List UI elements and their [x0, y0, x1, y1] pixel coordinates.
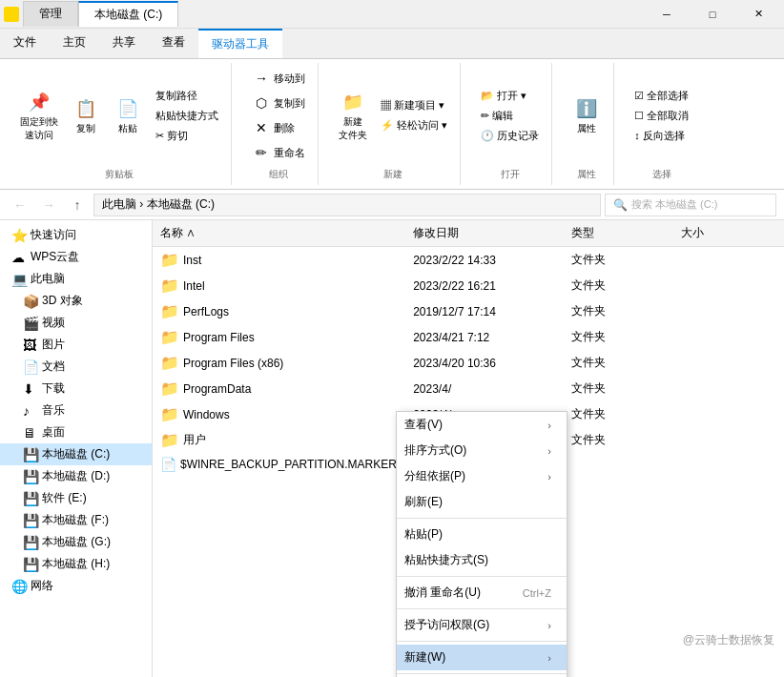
pin-quickaccess-button[interactable]: 📌 固定到快速访问 — [15, 86, 63, 145]
properties-button[interactable]: ℹ️ 属性 — [567, 92, 606, 138]
downloads-icon: ⬇ — [23, 381, 38, 397]
context-menu-item-new[interactable]: 新建(W)› — [397, 645, 567, 670]
folder-icon: 📁 — [160, 251, 179, 269]
sidebar-item-video[interactable]: 🎬 视频 — [0, 312, 152, 334]
new-item-button[interactable]: ▦ 新建项目 ▾ — [376, 96, 452, 114]
ribbon-tab-file[interactable]: 文件 — [0, 29, 50, 58]
sidebar-item-drive-d[interactable]: 💾 本地磁盘 (D:) — [0, 465, 152, 487]
easy-access-button[interactable]: ⚡ 轻松访问 ▾ — [376, 116, 452, 134]
sidebar-item-label: 本地磁盘 (D:) — [42, 468, 110, 484]
sidebar-item-drive-c[interactable]: 💾 本地磁盘 (C:) — [0, 443, 152, 465]
thispc-icon: 💻 — [11, 272, 27, 287]
select-none-button[interactable]: ☐ 全部取消 — [629, 107, 693, 125]
cut-button[interactable]: ✂ 剪切 — [151, 127, 223, 145]
separator — [397, 518, 567, 519]
clipboard-items: 📌 固定到快速访问 📋 复制 📄 粘贴 复制路径 粘贴快捷方式 ✂ 剪切 — [15, 67, 223, 164]
ribbon-tab-share[interactable]: 共享 — [99, 29, 149, 58]
svg-rect-0 — [6, 9, 17, 20]
invert-selection-button[interactable]: ↕ 反向选择 — [629, 127, 693, 145]
copy-path-button[interactable]: 复制路径 — [151, 87, 223, 105]
move-icon: → — [252, 69, 271, 88]
title-tab-drive[interactable]: 本地磁盘 (C:) — [78, 1, 178, 27]
new-items: 📁 新建文件夹 ▦ 新建项目 ▾ ⚡ 轻松访问 ▾ — [334, 67, 452, 164]
close-button[interactable]: ✕ — [736, 0, 780, 29]
minimize-button[interactable]: ─ — [645, 0, 689, 29]
sidebar-item-thispc[interactable]: 💻 此电脑 — [0, 268, 152, 290]
context-menu-item-access[interactable]: 授予访问权限(G)› — [397, 612, 567, 638]
title-tab-manage[interactable]: 管理 — [23, 1, 78, 27]
context-menu-item-view[interactable]: 查看(V)› — [397, 412, 567, 438]
copy-button[interactable]: 📋 复制 — [67, 92, 105, 138]
sidebar-item-pictures[interactable]: 🖼 图片 — [0, 334, 152, 356]
context-menu-item-sort[interactable]: 排序方式(O)› — [397, 438, 567, 463]
delete-button[interactable]: ✕ 删除 — [247, 116, 310, 139]
sidebar-item-drive-e[interactable]: 💾 软件 (E:) — [0, 487, 152, 509]
context-menu-item-undo[interactable]: 撤消 重命名(U)Ctrl+Z — [397, 580, 567, 605]
col-size[interactable]: 大小 — [673, 222, 784, 244]
sidebar-item-downloads[interactable]: ⬇ 下载 — [0, 378, 152, 400]
table-row[interactable]: 📁Inst 2023/2/22 14:33 文件夹 — [153, 247, 784, 273]
drive-f-icon: 💾 — [23, 513, 38, 528]
context-menu-item-paste[interactable]: 粘贴(P) — [397, 522, 567, 547]
sidebar-item-music[interactable]: ♪ 音乐 — [0, 400, 152, 421]
file-name: 📁PerfLogs — [153, 300, 405, 322]
ribbon-group-organize: → 移动到 ⬡ 复制到 ✕ 删除 ✏ 重命名 — [239, 63, 319, 185]
copy-to-button[interactable]: ⬡ 复制到 — [247, 92, 310, 114]
col-type[interactable]: 类型 — [564, 222, 674, 244]
organize-col: → 移动到 ⬡ 复制到 ✕ 删除 ✏ 重命名 — [247, 67, 310, 164]
sidebar-item-wpscloud[interactable]: ☁ WPS云盘 — [0, 246, 152, 268]
back-button[interactable]: ← — [8, 193, 32, 217]
col-name[interactable]: 名称 ∧ — [153, 222, 405, 244]
sidebar-item-label: 本地磁盘 (H:) — [42, 556, 110, 572]
select-all-button[interactable]: ☑ 全部选择 — [629, 87, 693, 105]
sidebar-item-documents[interactable]: 📄 文档 — [0, 356, 152, 378]
file-size — [673, 310, 784, 314]
table-row[interactable]: 📁ProgramData 2023/4/ 文件夹 — [153, 376, 784, 401]
delete-icon: ✕ — [252, 118, 271, 137]
sidebar-item-drive-h[interactable]: 💾 本地磁盘 (H:) — [0, 553, 152, 575]
folder-icon: 📁 — [160, 302, 179, 320]
new-label: 新建 — [383, 168, 402, 181]
file-name: 📁Program Files (x86) — [153, 352, 405, 374]
address-path[interactable]: 此电脑 › 本地磁盘 (C:) — [93, 194, 601, 216]
sidebar-item-quickaccess[interactable]: ⭐ 快速访问 — [0, 224, 152, 246]
rename-button[interactable]: ✏ 重命名 — [247, 141, 310, 164]
sidebar-item-desktop[interactable]: 🖥 桌面 — [0, 421, 152, 443]
table-row[interactable]: 📁Program Files 2023/4/21 7:12 文件夹 — [153, 324, 784, 350]
sidebar-item-3dobjects[interactable]: 📦 3D 对象 — [0, 290, 152, 312]
separator — [397, 576, 567, 577]
ribbon-tab-home[interactable]: 主页 — [50, 29, 99, 58]
sidebar-item-network[interactable]: 🌐 网络 — [0, 575, 152, 597]
ribbon-tab-drive-tools[interactable]: 驱动器工具 — [198, 29, 282, 58]
paste-button[interactable]: 📄 粘贴 — [109, 92, 147, 138]
network-icon: 🌐 — [11, 579, 27, 594]
drive-c-icon: 💾 — [23, 447, 38, 462]
ribbon-tab-view[interactable]: 查看 — [149, 29, 198, 58]
up-button[interactable]: ↑ — [65, 193, 90, 217]
context-menu-item-group[interactable]: 分组依据(P)› — [397, 463, 567, 489]
context-menu-item-refresh[interactable]: 刷新(E) — [397, 489, 567, 515]
ribbon-group-select: ☑ 全部选择 ☐ 全部取消 ↕ 反向选择 选择 — [622, 63, 701, 185]
sidebar-item-drive-f[interactable]: 💾 本地磁盘 (F:) — [0, 509, 152, 531]
open-button[interactable]: 📂 打开 ▾ — [476, 87, 544, 105]
drive-d-icon: 💾 — [23, 469, 38, 484]
paste-shortcut-button[interactable]: 粘贴快捷方式 — [151, 107, 223, 125]
col-date[interactable]: 修改日期 — [405, 222, 564, 244]
context-menu-item-paste-shortcut[interactable]: 粘贴快捷方式(S) — [397, 547, 567, 573]
title-bar-icon — [4, 7, 19, 22]
file-type: 文件夹 — [564, 250, 674, 270]
forward-button[interactable]: → — [36, 193, 61, 217]
edit-button[interactable]: ✏ 编辑 — [476, 107, 544, 125]
table-row[interactable]: 📁PerfLogs 2019/12/7 17:14 文件夹 — [153, 298, 784, 324]
new-folder-button[interactable]: 📁 新建文件夹 — [334, 86, 372, 145]
sidebar-item-drive-g[interactable]: 💾 本地磁盘 (G:) — [0, 531, 152, 553]
table-row[interactable]: 📁Program Files (x86) 2023/4/20 10:36 文件夹 — [153, 350, 784, 376]
sidebar-item-label: 音乐 — [42, 402, 65, 419]
title-bar: 管理 本地磁盘 (C:) ─ □ ✕ — [0, 0, 784, 29]
history-button[interactable]: 🕐 历史记录 — [476, 127, 544, 145]
maximize-button[interactable]: □ — [691, 0, 734, 29]
table-row[interactable]: 📁Intel 2023/2/22 16:21 文件夹 — [153, 273, 784, 298]
ribbon: 文件 主页 共享 查看 驱动器工具 📌 固定到快速访问 📋 复制 📄 粘贴 — [0, 29, 784, 190]
address-bar: ← → ↑ 此电脑 › 本地磁盘 (C:) 🔍 搜索 本地磁盘 (C:) — [0, 190, 784, 220]
move-to-button[interactable]: → 移动到 — [247, 67, 310, 90]
